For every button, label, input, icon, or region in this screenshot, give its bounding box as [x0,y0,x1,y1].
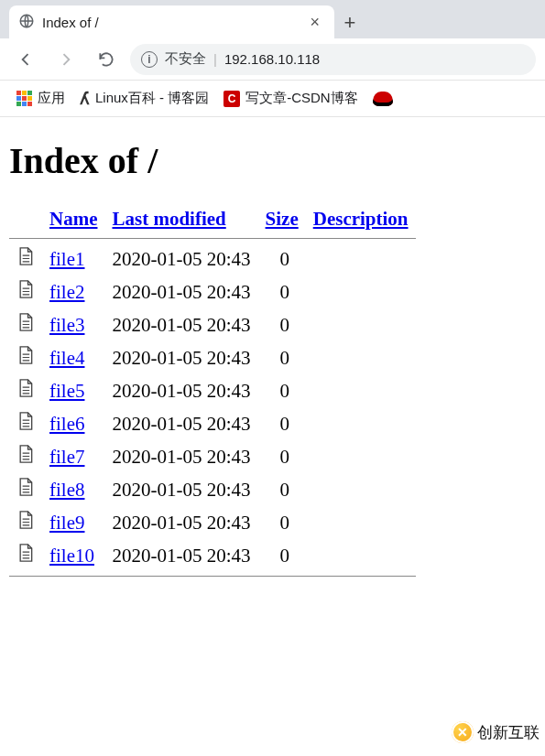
file-icon [9,308,42,341]
file-size: 0 [258,374,306,407]
watermark: ✕ 创新互联 [446,718,545,747]
file-modified: 2020-01-05 20:43 [104,341,257,374]
file-description [306,440,416,473]
bookmark-label: 写文章-CSDN博客 [245,90,358,107]
watermark-logo-icon: ✕ [452,721,474,743]
file-description [306,539,416,572]
file-description [306,473,416,506]
table-row: file52020-01-05 20:430 [9,374,416,407]
table-row: file92020-01-05 20:430 [9,506,416,539]
table-row: file22020-01-05 20:430 [9,275,416,308]
bookmark-item-redhat[interactable] [373,92,393,106]
csdn-icon: C [223,91,240,107]
bookmark-label: Linux百科 - 博客园 [95,90,209,107]
apps-label: 应用 [38,90,65,107]
file-link[interactable]: file3 [49,314,84,336]
file-modified: 2020-01-05 20:43 [104,407,257,440]
file-link[interactable]: file4 [49,347,84,369]
file-icon [9,374,42,407]
info-icon: i [141,51,158,68]
table-header-row: Name Last modified Size Description [9,204,416,234]
table-row: file102020-01-05 20:430 [9,539,416,572]
file-size: 0 [258,308,306,341]
close-icon[interactable]: × [304,13,325,32]
file-icon [9,506,42,539]
file-icon [9,440,42,473]
table-row: file32020-01-05 20:430 [9,308,416,341]
file-description [306,275,416,308]
file-size: 0 [258,407,306,440]
reload-button[interactable] [90,43,123,76]
browser-tab[interactable]: Index of / × [9,5,334,38]
file-link[interactable]: file6 [49,413,84,435]
back-button[interactable] [9,43,42,76]
file-size: 0 [258,506,306,539]
header-divider [9,238,416,239]
bookmark-item-linux[interactable]: ʎ Linux百科 - 博客园 [80,89,209,109]
table-row: file42020-01-05 20:430 [9,341,416,374]
forward-button[interactable] [49,43,82,76]
file-icon [9,407,42,440]
file-size: 0 [258,243,306,275]
file-modified: 2020-01-05 20:43 [104,506,257,539]
file-description [306,374,416,407]
col-header-description[interactable]: Description [313,208,409,230]
file-modified: 2020-01-05 20:43 [104,308,257,341]
file-modified: 2020-01-05 20:43 [104,539,257,572]
file-modified: 2020-01-05 20:43 [104,440,257,473]
bookmark-item-csdn[interactable]: C 写文章-CSDN博客 [223,90,358,107]
table-row: file82020-01-05 20:430 [9,473,416,506]
page-content: Index of / Name Last modified Size Descr… [0,117,545,593]
table-row: file12020-01-05 20:430 [9,243,416,275]
file-description [306,506,416,539]
tab-bar: Index of / × + [0,0,545,38]
address-bar[interactable]: i 不安全 | 192.168.10.118 [130,44,536,75]
file-size: 0 [258,341,306,374]
file-modified: 2020-01-05 20:43 [104,374,257,407]
file-link[interactable]: file2 [49,281,84,303]
file-size: 0 [258,539,306,572]
url-text: 192.168.10.118 [224,51,320,67]
file-size: 0 [258,473,306,506]
file-description [306,308,416,341]
file-link[interactable]: file5 [49,380,84,402]
table-row: file62020-01-05 20:430 [9,407,416,440]
browser-toolbar: i 不安全 | 192.168.10.118 [0,38,545,81]
file-link[interactable]: file9 [49,512,84,534]
page-title: Index of / [9,139,536,182]
file-icon [9,275,42,308]
apps-button[interactable]: 应用 [16,90,65,107]
new-tab-button[interactable]: + [334,7,365,38]
globe-icon [18,13,35,32]
file-icon [9,539,42,572]
redhat-icon [373,92,393,106]
col-header-size[interactable]: Size [266,208,299,230]
tab-title: Index of / [42,15,99,30]
file-description [306,243,416,275]
file-modified: 2020-01-05 20:43 [104,275,257,308]
bookmarks-bar: 应用 ʎ Linux百科 - 博客园 C 写文章-CSDN博客 [0,81,545,117]
address-separator: | [213,51,217,67]
apps-icon [16,91,32,106]
file-modified: 2020-01-05 20:43 [104,473,257,506]
file-description [306,341,416,374]
insecure-label: 不安全 [165,50,206,68]
footer-divider [9,576,416,577]
file-description [306,407,416,440]
table-row: file72020-01-05 20:430 [9,440,416,473]
col-header-name[interactable]: Name [49,208,97,230]
directory-listing: Name Last modified Size Description file… [9,204,416,580]
file-icon [9,341,42,374]
watermark-text: 创新互联 [477,722,540,743]
lambda-icon: ʎ [80,89,90,109]
file-link[interactable]: file8 [49,479,84,501]
file-link[interactable]: file1 [49,248,84,270]
col-header-modified[interactable]: Last modified [112,208,225,230]
file-link[interactable]: file10 [49,545,94,567]
file-size: 0 [258,275,306,308]
file-link[interactable]: file7 [49,446,84,468]
file-icon [9,243,42,275]
file-size: 0 [258,440,306,473]
file-modified: 2020-01-05 20:43 [104,243,257,275]
file-icon [9,473,42,506]
